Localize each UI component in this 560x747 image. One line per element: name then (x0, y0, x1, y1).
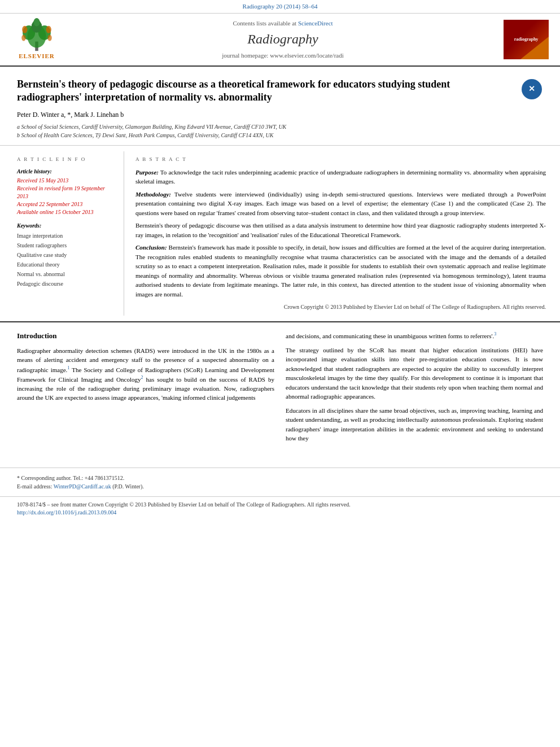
authors: Peter D. Winter a, *, Mark J. Linehan b (17, 111, 124, 119)
svg-point-9 (47, 35, 51, 41)
email-note: E-mail address: WinterPD@Cardiff.ac.uk (… (17, 482, 543, 491)
keyword-4: Educational theory (17, 260, 115, 269)
abstract-purpose: Purpose: To acknowledge the tacit rules … (135, 168, 546, 186)
keywords-block: Keywords: Image interpretation Student r… (17, 222, 115, 289)
methodology-text: Twelve students were interviewed (indivi… (135, 191, 546, 216)
keyword-2: Student radiographers (17, 241, 115, 250)
available-date: Available online 15 October 2013 (17, 208, 115, 216)
corresponding-author-note: * Corresponding author. Tel.: +44 786137… (17, 474, 543, 482)
accepted-date: Accepted 22 September 2013 (17, 200, 115, 208)
article-title-section: ✕ Bernstein's theory of pedagogic discou… (0, 67, 560, 146)
page-footer: 1078-8174/$ – see front matter Crown Cop… (0, 496, 560, 520)
content-right-column: and decisions, and communicating these i… (286, 331, 543, 447)
article-info-abstract: A R T I C L E I N F O Article history: R… (0, 146, 560, 322)
journal-title: Radiography (62, 30, 504, 49)
keyword-3: Qualitative case study (17, 250, 115, 260)
conclusion-label: Conclusion: (135, 244, 167, 251)
keywords-list: Image interpretation Student radiographe… (17, 231, 115, 289)
keyword-1: Image interpretation (17, 231, 115, 241)
abstract-methodology2: Bernstein's theory of pedagogic discours… (135, 221, 546, 239)
elsevier-logo: ELSEVIER (11, 18, 62, 60)
journal-citation: Radiography 20 (2014) 58–64 (0, 0, 560, 14)
svg-point-7 (46, 26, 51, 33)
intro-para1: Radiographer abnormality detection schem… (17, 346, 274, 403)
purpose-text: To acknowledge the tacit rules underpinn… (135, 169, 546, 185)
svg-point-6 (22, 26, 27, 33)
abstract-methodology: Methodology: Twelve students were interv… (135, 190, 546, 218)
article-info-column: A R T I C L E I N F O Article history: R… (0, 151, 124, 316)
received-revised-date: Received in revised form 19 September 20… (17, 185, 115, 200)
corresponding-text: * Corresponding author. Tel.: +44 786137… (17, 475, 124, 481)
keyword-6: Pedagogic discourse (17, 279, 115, 289)
conclusion-text: Bernstein's framework has made it possib… (135, 244, 546, 298)
intro-para4: Educators in all disciplines share the s… (286, 406, 543, 443)
crossmark-icon: ✕ (522, 79, 542, 99)
abstract-column: A B S T R A C T Purpose: To acknowledge … (124, 151, 560, 316)
keywords-title: Keywords: (17, 222, 115, 230)
logo-triangle-decoration (520, 37, 549, 59)
article-history-block: Article history: Received 15 May 2013 Re… (17, 168, 115, 216)
affiliation-b: b School of Health Care Sciences, Tŷ Dew… (17, 131, 543, 139)
received-date: Received 15 May 2013 (17, 177, 115, 185)
history-title: Article history: (17, 168, 115, 176)
email-link[interactable]: WinterPD@Cardiff.ac.uk (54, 483, 111, 490)
citation-text: Radiography 20 (2014) 58–64 (243, 3, 318, 10)
copyright-text: Crown Copyright © 2013 Published by Else… (135, 303, 546, 311)
abstract-label: A B S T R A C T (135, 156, 546, 163)
crossmark-badge: ✕ (520, 78, 543, 101)
email-suffix: (P.D. Winter). (111, 483, 144, 490)
elsevier-brand-text: ELSEVIER (19, 52, 55, 60)
keyword-5: Normal vs. abnormal (17, 269, 115, 279)
radiography-logo: radiography (504, 20, 549, 59)
issn-note: 1078-8174/$ – see front matter Crown Cop… (17, 500, 543, 509)
journal-header: ELSEVIER Contents lists available at Sci… (0, 14, 560, 66)
authors-line: Peter D. Winter a, *, Mark J. Linehan b (17, 110, 543, 120)
email-label: E-mail address: (17, 483, 54, 490)
sciencedirect-anchor[interactable]: ScienceDirect (298, 20, 333, 27)
elsevier-tree-icon (17, 18, 56, 52)
article-info-label: A R T I C L E I N F O (17, 156, 115, 163)
svg-point-5 (33, 18, 40, 27)
main-content: Introduction Radiographer abnormality de… (0, 322, 560, 456)
introduction-heading: Introduction (17, 331, 274, 341)
abstract-conclusion: Conclusion: Bernstein's framework has ma… (135, 243, 546, 299)
two-column-layout: Introduction Radiographer abnormality de… (17, 331, 543, 447)
methodology-label: Methodology: (135, 191, 171, 198)
purpose-label: Purpose: (135, 169, 159, 176)
affiliation-a: a School of Social Sciences, Cardiff Uni… (17, 123, 543, 131)
article-title: Bernstein's theory of pedagogic discours… (17, 78, 543, 104)
journal-homepage: journal homepage: www.elsevier.com/locat… (62, 51, 504, 60)
content-left-column: Introduction Radiographer abnormality de… (17, 331, 274, 447)
intro-para3: The strategy outlined by the SCoR has me… (286, 346, 543, 401)
sciencedirect-link: Contents lists available at ScienceDirec… (62, 19, 504, 28)
article-footer: * Corresponding author. Tel.: +44 786137… (0, 468, 560, 491)
doi-link[interactable]: http://dx.doi.org/10.1016/j.radi.2013.09… (17, 509, 116, 516)
journal-center: Contents lists available at ScienceDirec… (62, 19, 504, 60)
intro-para2: and decisions, and communicating these i… (286, 331, 543, 340)
svg-point-8 (21, 35, 25, 41)
